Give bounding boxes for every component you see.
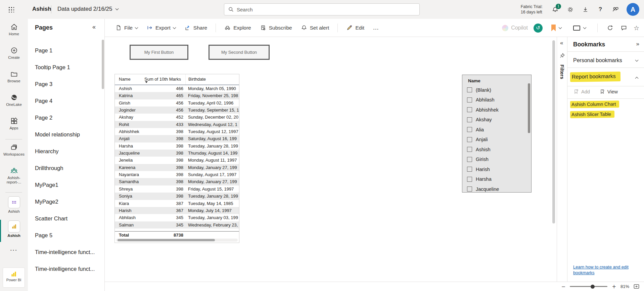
nav-workspace-ashish-report[interactable]: Ashish-report-... <box>0 167 28 184</box>
table-row[interactable]: Jenelia 398 Monday, August 11, 1997 <box>115 157 239 164</box>
view-dropdown-button[interactable] <box>570 23 589 33</box>
subscribe-button[interactable]: Subscribe <box>257 22 295 33</box>
pin-icon[interactable] <box>559 52 565 59</box>
bookmarks-dropdown-button[interactable] <box>548 22 564 34</box>
canvas-vscroll-thumb[interactable] <box>552 40 555 223</box>
bookmark-item[interactable]: Ashish Slicer Table <box>570 111 619 118</box>
column-header-name[interactable]: Name <box>115 74 143 85</box>
nav-report-ashish-selected[interactable]: Ashish <box>0 220 28 238</box>
page-item[interactable]: Model relationship <box>28 126 100 143</box>
search-input[interactable] <box>237 7 415 12</box>
page-item[interactable]: MyPage1 <box>28 176 100 193</box>
table-row[interactable]: Kareena 398 Monday, January 27, 199 <box>115 164 239 171</box>
personal-bookmarks-section[interactable]: Personal bookmarks <box>573 57 622 64</box>
slicer-scrollbar[interactable] <box>528 83 530 133</box>
download-button[interactable] <box>581 5 589 13</box>
page-item[interactable]: Page 2 <box>28 109 100 126</box>
page-item[interactable]: Page 5 <box>28 227 100 244</box>
page-item[interactable]: Time-intelligence funct... <box>28 260 100 277</box>
toolbar-overflow-button[interactable]: … <box>370 24 382 31</box>
settings-button[interactable] <box>566 5 574 13</box>
slicer-item[interactable]: Jacqueline <box>462 184 526 193</box>
column-header-birthdate[interactable]: Birthdate <box>185 74 239 85</box>
slicer-item[interactable]: Anjali <box>462 135 526 145</box>
notifications-button[interactable]: 1 <box>551 5 559 13</box>
nav-home[interactable]: Home <box>0 23 28 36</box>
table-row[interactable]: Kiara 387 Tuesday, May 14, 1985 <box>115 200 239 207</box>
nav-onelake[interactable]: OneLake <box>0 93 28 107</box>
table-row[interactable]: Samantha 398 Monday, January 27, 199 <box>115 178 239 185</box>
table-row[interactable]: Joginder 456 Tuesday, September 15, 1 <box>115 107 239 114</box>
column-header-marks[interactable]: Sum of 10th Marks <box>143 74 185 85</box>
global-search[interactable] <box>224 3 420 15</box>
slicer-item[interactable]: Harsha <box>462 174 526 184</box>
pages-scrollbar[interactable] <box>102 40 104 89</box>
checkbox[interactable] <box>467 137 472 142</box>
zoom-in-button[interactable]: + <box>612 284 616 290</box>
checkbox[interactable] <box>467 127 472 132</box>
page-item[interactable]: Page 3 <box>28 76 100 92</box>
view-bookmarks-button[interactable]: View <box>599 89 618 94</box>
table-horizontal-scrollbar[interactable] <box>116 239 238 242</box>
reset-filters-button[interactable]: ↺ <box>534 24 543 33</box>
slicer-item[interactable]: (Blank) <box>462 85 526 95</box>
slicer-item[interactable]: Abhishhek <box>462 105 526 115</box>
fit-to-page-icon[interactable] <box>634 284 639 289</box>
checkbox[interactable] <box>467 147 472 152</box>
checkbox[interactable] <box>467 167 472 172</box>
table-row[interactable]: Shreya 398 Friday, August 15, 1997 <box>115 185 239 193</box>
powerbi-brand[interactable]: Power BI <box>3 267 25 288</box>
nav-apps[interactable]: Apps <box>0 117 28 130</box>
table-row[interactable]: Salman 345 Wednesday, February 23, <box>115 221 239 228</box>
slicer-item[interactable]: Akshay <box>462 115 526 125</box>
table-row[interactable]: Nayantara 398 Sunday, August 17, 1997 <box>115 171 239 178</box>
table-row[interactable]: Girish 456 Tuesday, April 02, 1996 <box>115 99 239 107</box>
data-updated-dropdown[interactable]: Data updated 2/16/25 <box>57 6 118 12</box>
pages-collapse-button[interactable]: « <box>92 24 96 31</box>
refresh-button[interactable] <box>606 24 614 32</box>
page-item[interactable]: Page 1 <box>28 42 100 59</box>
slicer-item[interactable]: Alia <box>462 125 526 135</box>
checkbox[interactable] <box>467 117 472 122</box>
checkbox[interactable] <box>467 97 472 102</box>
table-row[interactable]: Soniya 398 Tuesday, January 28, 199 <box>115 193 239 200</box>
page-item[interactable]: Hierarchy <box>28 143 100 160</box>
table-row[interactable]: Ashish 466 Monday, March 05, 1990 <box>115 85 239 92</box>
edit-button[interactable]: Edit <box>343 22 367 33</box>
zoom-slider-thumb[interactable] <box>591 285 595 289</box>
nav-create[interactable]: Create <box>0 46 28 60</box>
checkbox[interactable] <box>467 157 472 162</box>
account-avatar[interactable]: A <box>627 3 639 16</box>
my-first-button[interactable]: My First Button <box>130 45 188 60</box>
add-bookmark-button[interactable]: Add <box>573 89 590 94</box>
slicer-item[interactable]: Abhilash <box>462 95 526 105</box>
share-button[interactable]: Share <box>181 22 210 33</box>
zoom-slider[interactable] <box>570 286 607 287</box>
table-row[interactable]: Abhishhek 398 Tuesday, August 12, 1997 <box>115 128 239 135</box>
bookmark-item[interactable]: Ashish Column Chart <box>570 101 619 108</box>
chevron-down-icon[interactable] <box>635 58 639 62</box>
slicer-item[interactable]: Girish <box>462 155 526 165</box>
checkbox[interactable] <box>467 186 472 192</box>
rail-overflow-button[interactable]: ··· <box>0 247 28 253</box>
page-item[interactable]: Time-intelligence funct... <box>28 244 100 260</box>
help-button[interactable]: ? <box>596 5 604 13</box>
app-title[interactable]: Ashish <box>32 6 51 12</box>
table-hscroll-thumb[interactable] <box>118 239 215 241</box>
nav-browse[interactable]: Browse <box>0 70 28 83</box>
table-row[interactable]: Harish 367 Monday, July 14, 1997 <box>115 207 239 214</box>
feedback-button[interactable] <box>611 5 619 13</box>
slicer-item[interactable]: Ashish <box>462 144 526 155</box>
favorite-star-icon[interactable]: ☆ <box>634 24 639 32</box>
table-row[interactable]: Katrina 465 Friday, November 25, 198 <box>115 92 239 99</box>
nav-workspaces[interactable]: Workspaces <box>0 143 28 157</box>
copilot-button[interactable]: Copilot <box>502 25 528 31</box>
table-row[interactable]: Harsha 398 Tuesday, January 28, 199 <box>115 142 239 150</box>
canvas-vertical-scrollbar[interactable] <box>552 39 555 280</box>
explore-button[interactable]: Explore <box>221 22 254 33</box>
file-menu[interactable]: File <box>112 22 141 33</box>
table-row[interactable]: Anjali 398 Saturday, August 16, 199 <box>115 135 239 142</box>
nav-app-ashish[interactable]: Ashish <box>0 196 28 214</box>
table-row[interactable]: Rohit 433 Wednesday, August 12, 1 <box>115 121 239 128</box>
checkbox[interactable] <box>467 87 472 92</box>
